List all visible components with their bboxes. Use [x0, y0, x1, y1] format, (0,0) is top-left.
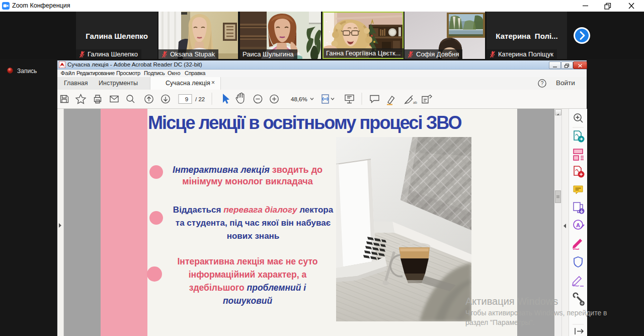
svg-text:?: ?	[541, 81, 544, 86]
svg-text:/ 22: / 22	[195, 96, 205, 102]
svg-text:ab: ab	[413, 101, 417, 104]
svg-text:48,6%: 48,6%	[291, 96, 307, 102]
svg-text:9: 9	[185, 96, 188, 102]
svg-text:A: A	[576, 222, 580, 228]
